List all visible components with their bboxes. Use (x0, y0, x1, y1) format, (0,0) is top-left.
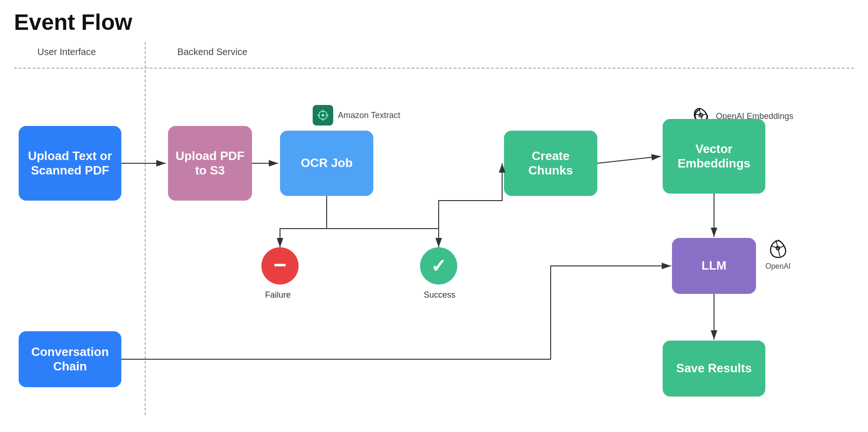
node-save-results: Save Results (663, 341, 765, 397)
lane-label-backend: Backend Service (177, 47, 247, 57)
node-llm: LLM (672, 238, 756, 294)
success-indicator (420, 247, 457, 285)
openai-llm-label: OpenAI (765, 238, 791, 271)
textract-text: Amazon Textract (338, 111, 400, 120)
page-title: Event Flow (14, 9, 132, 35)
openai-llm-text: OpenAI (765, 262, 791, 271)
svg-line-12 (597, 156, 661, 163)
vertical-divider (145, 42, 146, 415)
failure-label: Failure (265, 290, 291, 300)
node-upload-s3: Upload PDF to S3 (168, 126, 252, 201)
node-vector-embeddings: Vector Embeddings (663, 119, 765, 194)
lane-label-ui: User Interface (37, 47, 96, 57)
horizontal-divider (14, 68, 854, 69)
node-upload-pdf-ui: Upload Text or Scanned PDF (19, 126, 121, 201)
textract-icon (313, 105, 333, 125)
openai-llm-icon (768, 238, 788, 260)
node-create-chunks: Create Chunks (504, 131, 597, 196)
node-ocr-job: OCR Job (280, 131, 373, 196)
failure-indicator (261, 247, 299, 285)
textract-label: Amazon Textract (313, 105, 400, 125)
success-label: Success (424, 290, 455, 300)
svg-point-2 (322, 114, 324, 117)
node-conversation-chain: Conversation Chain (19, 331, 121, 387)
